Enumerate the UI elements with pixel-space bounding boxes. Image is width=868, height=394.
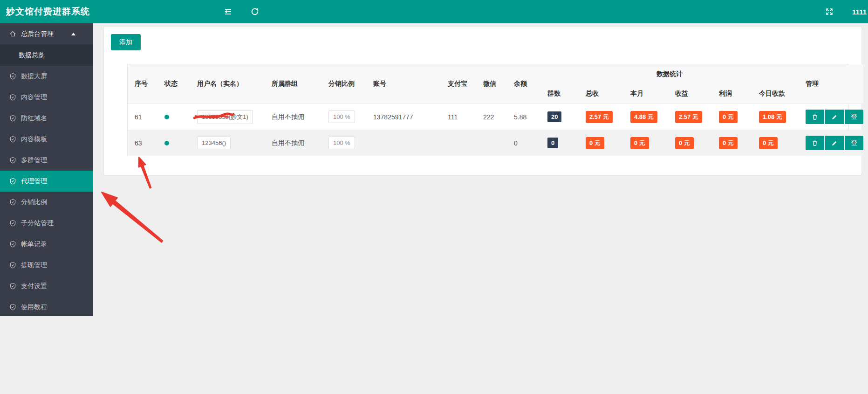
sidebar-item-bill-records[interactable]: 帐单记录 [0, 234, 93, 255]
sidebar-item-substation-management[interactable]: 子分站管理 [0, 213, 93, 234]
agents-table: 序号 状态 用户名（实名） 所属群组 分销比例 账号 支付宝 微信 余额 数据统… [128, 64, 863, 156]
profit-badge: 0 元 [719, 137, 738, 149]
topbar-right: 1111 [824, 0, 868, 23]
refresh-icon[interactable] [250, 7, 260, 17]
col-groups: 群数 [540, 84, 579, 104]
cell-manage: 登 [799, 104, 863, 130]
cell-today: 0 元 [752, 130, 799, 156]
col-today: 今日收款 [752, 84, 799, 104]
topbar: 妙文馆付费进群系统 [0, 0, 868, 23]
cell-manage: 登 [799, 130, 863, 156]
cell-seq: 61 [128, 104, 157, 130]
sidebar-item-content-management[interactable]: 内容管理 [0, 87, 93, 108]
topbar-left-icons [223, 0, 260, 23]
delete-button[interactable] [806, 136, 824, 150]
cell-month: 0 元 [623, 130, 668, 156]
page: 妙文馆付费进群系统 [0, 0, 868, 394]
topbar-username[interactable]: 1111 [852, 8, 867, 16]
total-badge: 0 元 [586, 137, 604, 149]
add-button[interactable]: 添加 [111, 34, 141, 50]
cell-alipay: 111 [441, 104, 476, 130]
cell-today: 1.08 元 [752, 104, 799, 130]
login-button-label: 登 [851, 113, 857, 121]
agents-table-wrapper: 序号 状态 用户名（实名） 所属群组 分销比例 账号 支付宝 微信 余额 数据统… [127, 64, 849, 156]
pencil-icon [831, 140, 838, 146]
cell-wechat [476, 130, 507, 156]
cell-ratio: 100 % [321, 104, 366, 130]
sidebar-item-label: 使用教程 [21, 303, 47, 311]
app-title: 妙文馆付费进群系统 [0, 6, 90, 18]
table-row: 63 123456() 自用不抽佣 100 % 0 0 0 元 0 元 [128, 130, 863, 156]
cell-group: 自用不抽佣 [265, 104, 321, 130]
shield-check-icon [9, 262, 16, 269]
status-dot [164, 115, 169, 119]
login-button[interactable]: 登 [845, 136, 863, 150]
col-balance: 余额 [507, 64, 540, 104]
trash-icon [812, 114, 818, 120]
username-box: 123456() [197, 137, 231, 149]
login-button[interactable]: 登 [845, 110, 863, 124]
sidebar-item-withdrawal-management[interactable]: 提现管理 [0, 255, 93, 276]
income-badge: 0 元 [675, 137, 694, 149]
income-badge: 2.57 元 [675, 111, 702, 123]
collapse-menu-icon[interactable] [223, 7, 233, 17]
sidebar-item-anti-red-domain[interactable]: 防红域名 [0, 108, 93, 129]
sidebar-item-data-overview[interactable]: 数据总览 [0, 45, 93, 66]
delete-button[interactable] [806, 110, 824, 124]
cell-income: 2.57 元 [668, 104, 712, 130]
sidebar-item-payment-settings[interactable]: 支付设置 [0, 276, 93, 297]
action-button-group: 登 [806, 136, 863, 150]
sidebar-item-label: 分销比例 [21, 198, 47, 207]
cell-alipay [441, 130, 476, 156]
status-dot [164, 141, 169, 145]
sidebar-item-data-screen[interactable]: 数据大屏 [0, 66, 93, 87]
shield-check-icon [9, 115, 16, 122]
sidebar-item-label: 数据大屏 [21, 72, 47, 81]
table-row: 61 13855558(妙文1) [128, 104, 863, 130]
sidebar-item-content-template[interactable]: 内容模板 [0, 129, 93, 150]
cell-profit: 0 元 [712, 130, 752, 156]
cell-account: 13782591777 [366, 104, 441, 130]
cell-group: 自用不抽佣 [265, 130, 321, 156]
sidebar-item-label: 内容模板 [21, 135, 47, 144]
shield-check-icon [9, 241, 16, 248]
table-header: 序号 状态 用户名（实名） 所属群组 分销比例 账号 支付宝 微信 余额 数据统… [128, 64, 863, 104]
col-account: 账号 [366, 64, 441, 104]
cell-profit: 0 元 [712, 104, 752, 130]
col-manage: 管理 [799, 64, 863, 104]
cell-status [157, 104, 190, 130]
cell-total: 0 元 [579, 130, 623, 156]
shield-check-icon [9, 178, 16, 185]
sidebar-item-usage-tutorial[interactable]: 使用教程 [0, 297, 93, 318]
cell-username: 13855558(妙文1) [190, 104, 265, 130]
sidebar-item-distribution-ratio[interactable]: 分销比例 [0, 192, 93, 213]
sidebar-item-label: 防红域名 [21, 114, 47, 123]
col-profit: 利润 [712, 84, 752, 104]
col-status: 状态 [157, 64, 190, 104]
cell-status [157, 130, 190, 156]
cell-groups: 20 [540, 104, 579, 130]
sidebar-item-label: 代理管理 [21, 177, 47, 186]
total-badge: 2.57 元 [586, 111, 613, 123]
sidebar-item-backend-management[interactable]: 总后台管理 [0, 23, 93, 45]
col-username: 用户名（实名） [190, 64, 265, 104]
ratio-box: 100 % [328, 111, 355, 123]
sidebar-item-label: 多群管理 [21, 156, 47, 165]
cell-balance: 5.88 [507, 104, 540, 130]
trash-icon [812, 140, 818, 146]
groups-badge: 20 [547, 111, 561, 122]
annotation-arrow-large [102, 192, 163, 242]
fullscreen-icon[interactable] [824, 7, 834, 17]
edit-button[interactable] [825, 136, 844, 150]
shield-check-icon [9, 220, 16, 227]
cell-balance: 0 [507, 130, 540, 156]
sidebar-item-agent-management[interactable]: 代理管理 [0, 171, 93, 192]
sidebar-item-label: 支付设置 [21, 282, 47, 290]
sidebar-item-multi-group-management[interactable]: 多群管理 [0, 150, 93, 171]
login-button-label: 登 [851, 139, 857, 147]
today-badge: 0 元 [759, 137, 778, 149]
col-wechat: 微信 [476, 64, 507, 104]
shield-check-icon [9, 136, 16, 143]
edit-button[interactable] [825, 110, 844, 124]
sidebar-item-label: 内容管理 [21, 93, 47, 102]
